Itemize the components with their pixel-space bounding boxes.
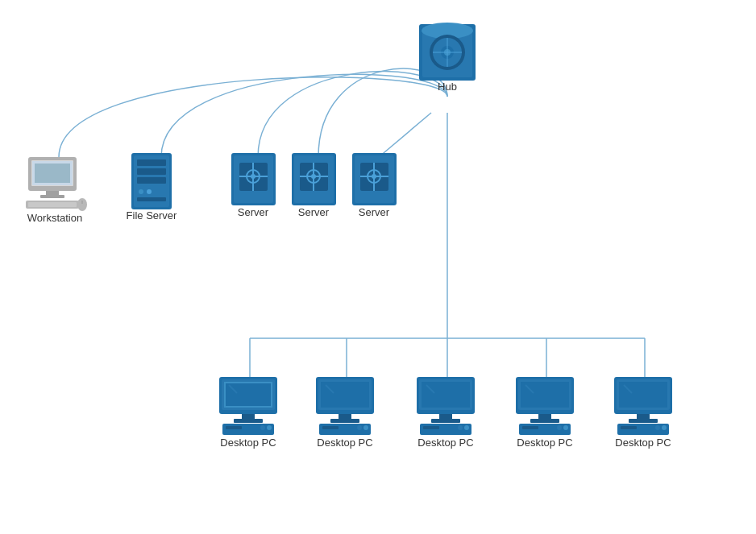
desktop2-label: Desktop PC (317, 437, 372, 449)
svg-rect-73 (322, 426, 339, 429)
server1-label: Server (238, 206, 269, 218)
svg-rect-58 (226, 383, 271, 406)
svg-rect-78 (422, 382, 470, 408)
desktop1-node: Desktop PC (219, 377, 277, 449)
desktop1-label: Desktop PC (220, 437, 276, 449)
svg-rect-80 (439, 414, 452, 419)
desktop3-label: Desktop PC (417, 437, 473, 449)
server1-node: Server (231, 153, 276, 218)
svg-rect-93 (522, 426, 538, 429)
svg-rect-91 (530, 419, 559, 423)
svg-rect-63 (226, 426, 242, 429)
svg-point-54 (372, 174, 376, 179)
svg-rect-103 (621, 426, 637, 429)
file-server-node: File Server (127, 153, 178, 221)
svg-point-74 (357, 425, 362, 430)
workstation-node: Workstation (26, 157, 87, 224)
svg-rect-100 (637, 414, 650, 419)
desktop3-node: Desktop PC (417, 377, 475, 449)
svg-point-104 (655, 425, 660, 430)
svg-rect-23 (28, 202, 77, 207)
svg-point-24 (77, 198, 87, 211)
svg-rect-98 (619, 382, 667, 408)
svg-point-85 (464, 425, 469, 430)
svg-point-64 (260, 425, 265, 430)
desktop5-node: Desktop PC (614, 377, 672, 449)
svg-rect-19 (35, 164, 70, 183)
svg-point-105 (662, 425, 667, 430)
svg-rect-70 (339, 414, 351, 419)
svg-point-95 (563, 425, 568, 430)
svg-rect-30 (137, 177, 166, 184)
svg-rect-61 (234, 419, 263, 423)
svg-point-47 (311, 174, 316, 179)
network-diagram: Hub Workstation File Server (0, 0, 756, 534)
server2-label: Server (298, 206, 330, 218)
svg-point-32 (147, 189, 152, 194)
svg-rect-28 (137, 159, 166, 166)
svg-rect-33 (137, 197, 166, 201)
svg-rect-88 (521, 382, 569, 408)
svg-point-65 (267, 425, 272, 430)
svg-rect-68 (321, 382, 369, 408)
desktop4-node: Desktop PC (516, 377, 574, 449)
svg-rect-21 (40, 195, 64, 198)
svg-point-31 (139, 189, 143, 194)
svg-rect-71 (330, 419, 359, 423)
server3-label: Server (359, 206, 390, 218)
desktop4-label: Desktop PC (517, 437, 572, 449)
workstation-label: Workstation (27, 212, 82, 224)
svg-rect-83 (423, 426, 439, 429)
svg-rect-29 (137, 168, 166, 175)
svg-rect-101 (629, 419, 658, 423)
server3-node: Server (352, 153, 397, 218)
svg-rect-90 (538, 414, 551, 419)
svg-point-40 (251, 174, 255, 179)
file-server-label: File Server (127, 209, 178, 221)
hub-label: Hub (438, 81, 457, 93)
svg-point-94 (557, 425, 562, 430)
svg-rect-81 (431, 419, 460, 423)
desktop2-node: Desktop PC (316, 377, 374, 449)
svg-point-75 (363, 425, 368, 430)
svg-rect-60 (242, 414, 255, 419)
svg-point-84 (458, 425, 463, 430)
desktop5-label: Desktop PC (615, 437, 671, 449)
server2-node: Server (292, 153, 336, 218)
